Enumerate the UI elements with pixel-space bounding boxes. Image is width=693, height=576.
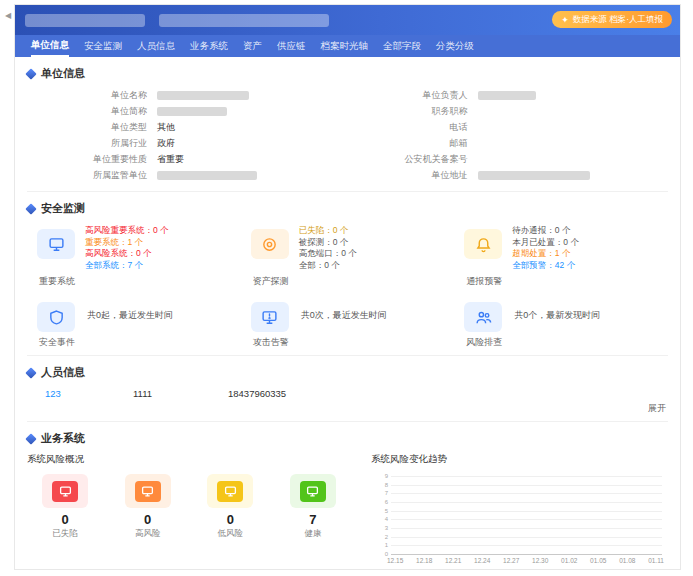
field-label: 电话	[348, 121, 478, 134]
stat-lines: 待办通报：0 个 本月已处置：0 个 超期处置：1 个 全部预警：42 个	[512, 225, 579, 271]
risk-stat-healthy[interactable]: 7 健康	[277, 474, 349, 540]
tab-unit-info[interactable]: 单位信息	[31, 35, 69, 57]
security-event-cards: 共0起，最近发生时间 安全事件 共0次，最近发生时间 攻击告警	[27, 294, 668, 355]
trend-chart-grid: 0123456789	[375, 476, 666, 554]
tab-archive-timeline[interactable]: 档案时光轴	[321, 36, 369, 56]
card-caption: 风险排查	[454, 334, 668, 355]
field-label: 所属行业	[27, 137, 157, 150]
redacted-logo	[25, 14, 145, 27]
section-title: 人员信息	[41, 365, 85, 380]
card-caption: 资产探测	[241, 273, 455, 294]
trend-chart-xlabels: 12.1512.1812.2112.2412.2712.3001.0201.05…	[387, 557, 664, 564]
dashboard-frame: ✦ 数据来源 档案·人工填报 单位信息 安全监测 人员信息 业务系统 资产 供应…	[14, 4, 681, 570]
field-unit-short-name: 单位简称	[27, 104, 348, 119]
event-text: 共0起，最近发生时间	[87, 309, 173, 322]
security-events-card[interactable]: 共0起，最近发生时间	[27, 294, 241, 334]
tab-all-fields[interactable]: 全部字段	[383, 36, 421, 56]
field-label: 单位简称	[27, 105, 157, 118]
stat-line: 被探测：0 个	[299, 237, 357, 249]
important-systems-card[interactable]: 高风险重要系统：0 个 重要系统：1 个 高风险系统：0 个 全部系统：7 个	[27, 221, 241, 273]
field-importance: 单位重要性质省重要	[27, 152, 348, 167]
risk-stat-value: 0	[194, 511, 266, 528]
stat-line: 本月已处置：0 个	[512, 237, 579, 249]
card-caption: 通报预警	[454, 273, 668, 294]
section-marker-icon	[25, 367, 36, 378]
redacted-org-name	[159, 14, 329, 27]
field-label: 单位重要性质	[27, 153, 157, 166]
event-text: 共0个，最新发现时间	[514, 309, 600, 322]
monitor-icon	[290, 474, 336, 508]
section-header: 业务系统	[27, 424, 668, 451]
stat-line: 高危端口：0 个	[299, 248, 357, 260]
person-name-link[interactable]: 123	[45, 388, 133, 399]
unit-info-form: 单位名称 单位负责人 单位简称 职务职称 单位类型其他 电话 所属行业政府 邮箱…	[27, 86, 668, 191]
section-header: 人员信息	[27, 358, 668, 385]
field-label: 职务职称	[348, 105, 478, 118]
field-value: 其他	[157, 121, 175, 134]
risk-stat-label: 高风险	[112, 528, 184, 540]
data-source-badge[interactable]: ✦ 数据来源 档案·人工填报	[552, 11, 672, 28]
card-caption: 攻击告警	[241, 334, 455, 355]
section-header: 单位信息	[27, 59, 668, 86]
risk-stat-value: 0	[29, 511, 101, 528]
expand-toggle[interactable]: 展开	[27, 400, 668, 421]
field-label: 邮箱	[348, 137, 478, 150]
risk-stat-label: 健康	[277, 528, 349, 540]
field-police-record-no: 公安机关备案号	[348, 152, 669, 167]
stat-line: 全部预警：42 个	[512, 260, 579, 272]
stat-lines: 已失陷：0 个 被探测：0 个 高危端口：0 个 全部：0 个	[299, 225, 357, 271]
section-security: 安全监测 高风险重要系统：0 个 重要系统：1 个 高风险系统：0 个	[27, 191, 668, 355]
section-marker-icon	[25, 203, 36, 214]
chart-scrollbar[interactable]	[387, 569, 658, 570]
stat-line: 高风险系统：0 个	[85, 248, 169, 260]
card-notifications: 待办通报：0 个 本月已处置：0 个 超期处置：1 个 全部预警：42 个 通报…	[454, 221, 668, 294]
risk-stat-low[interactable]: 0 低风险	[194, 474, 266, 540]
tab-personnel[interactable]: 人员信息	[137, 36, 175, 56]
risk-inspection-card[interactable]: 共0个，最新发现时间	[454, 294, 668, 334]
stat-line: 已失陷：0 个	[299, 225, 357, 237]
sparkles-icon: ✦	[561, 15, 569, 25]
risk-trend-title: 系统风险变化趋势	[371, 451, 668, 472]
card-security-events: 共0起，最近发生时间 安全事件	[27, 294, 241, 355]
tab-security-monitor[interactable]: 安全监测	[84, 36, 122, 56]
stat-line: 高风险重要系统：0 个	[85, 225, 169, 237]
stat-line: 重要系统：1 个	[85, 237, 169, 249]
asset-detect-card[interactable]: 已失陷：0 个 被探测：0 个 高危端口：0 个 全部：0 个	[241, 221, 455, 273]
risk-overview-title: 系统风险概况	[27, 451, 357, 472]
card-caption: 重要系统	[27, 273, 241, 294]
section-title: 业务系统	[41, 431, 85, 446]
person-phone: 18437960335	[228, 388, 286, 399]
notifications-card[interactable]: 待办通报：0 个 本月已处置：0 个 超期处置：1 个 全部预警：42 个	[454, 221, 668, 273]
top-banner: ✦ 数据来源 档案·人工填报	[15, 5, 680, 35]
page: ◀ ✦ 数据来源 档案·人工填报 单位信息 安全监测 人员信息 业务系统 资产 …	[0, 0, 693, 576]
tab-supply-chain[interactable]: 供应链	[277, 36, 306, 56]
tab-classification[interactable]: 分类分级	[436, 36, 474, 56]
event-text: 共0次，最近发生时间	[301, 309, 387, 322]
monitor-icon	[42, 474, 88, 508]
tab-business-systems[interactable]: 业务系统	[190, 36, 228, 56]
monitor-alert-icon	[251, 302, 289, 332]
card-attack-alerts: 共0次，最近发生时间 攻击告警	[241, 294, 455, 355]
field-label: 所属监管单位	[27, 169, 157, 182]
section-business-systems: 业务系统 系统风险概况 0 已失陷	[27, 421, 668, 570]
card-important-systems: 高风险重要系统：0 个 重要系统：1 个 高风险系统：0 个 全部系统：7 个 …	[27, 221, 241, 294]
field-label: 单位地址	[348, 169, 478, 182]
risk-stat-label: 已失陷	[29, 528, 101, 540]
risk-stats: 0 已失陷 0 高风险 0 低风险	[27, 472, 357, 544]
field-email: 邮箱	[348, 136, 669, 151]
section-marker-icon	[25, 68, 36, 79]
risk-stat-high[interactable]: 0 高风险	[112, 474, 184, 540]
data-source-label: 数据来源 档案·人工填报	[573, 14, 663, 26]
security-stat-cards: 高风险重要系统：0 个 重要系统：1 个 高风险系统：0 个 全部系统：7 个 …	[27, 221, 668, 294]
field-unit-type: 单位类型其他	[27, 120, 348, 135]
people-icon	[464, 302, 502, 332]
attack-alerts-card[interactable]: 共0次，最近发生时间	[241, 294, 455, 334]
tab-assets[interactable]: 资产	[243, 36, 262, 56]
monitor-icon	[125, 474, 171, 508]
monitor-icon	[207, 474, 253, 508]
field-job-title: 职务职称	[348, 104, 669, 119]
risk-stat-value: 0	[112, 511, 184, 528]
section-title: 单位信息	[41, 66, 85, 81]
risk-stat-compromised[interactable]: 0 已失陷	[29, 474, 101, 540]
back-button[interactable]: ◀	[2, 8, 14, 22]
